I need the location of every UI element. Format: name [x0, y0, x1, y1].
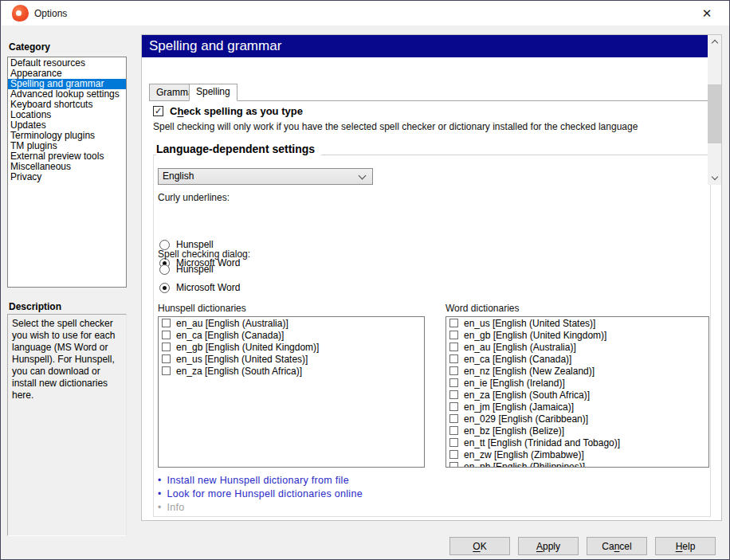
dictionary-list-item[interactable]: en_nz [English (New Zealand)]: [446, 365, 708, 377]
item-label: en_za [English (South Africa)]: [176, 366, 302, 377]
item-label: en_us [English (United States)]: [176, 354, 308, 365]
dictionary-list-item[interactable]: en_za [English (South Africa)]: [446, 389, 708, 401]
radio-icon[interactable]: [159, 283, 170, 293]
dictionary-list-item[interactable]: en_jm [English (Jamaica)]: [446, 401, 708, 413]
check-spelling-row[interactable]: ✓ Check spelling as you type: [153, 105, 303, 117]
radio-label: Hunspell: [176, 264, 214, 275]
tab-strip: Spelling Grammar: [149, 84, 713, 101]
check-icon: ✓: [155, 107, 162, 116]
language-dropdown-value: English: [163, 170, 194, 182]
radio-label: Microsoft Word: [176, 282, 240, 293]
item-label: en_gb [English (United Kingdom)]: [176, 342, 319, 353]
apply-button[interactable]: Apply: [518, 537, 579, 555]
item-checkbox[interactable]: [162, 343, 171, 351]
category-label: Category: [9, 41, 50, 53]
dictionary-list-item[interactable]: en_gb [English (United Kingdom)]: [446, 329, 708, 341]
item-checkbox[interactable]: [449, 343, 458, 351]
item-label: en_tt [English (Trinidad and Tobago)]: [464, 437, 620, 448]
dictionary-list-item[interactable]: en_ie [English (Ireland)]: [446, 377, 708, 389]
help-button[interactable]: Help: [655, 537, 716, 555]
link[interactable]: • Install new Hunspell dictionary from f…: [158, 473, 363, 487]
options-dialog: Options ✕ Category Default resources App…: [0, 0, 730, 560]
item-checkbox[interactable]: [162, 331, 171, 339]
description-label: Description: [9, 301, 61, 312]
link[interactable]: • Info: [158, 500, 363, 514]
hunspell-dictionaries-list: en_au [English (Australia)] en_ca [Engli…: [158, 316, 425, 468]
check-spelling-note: Spell checking will only work if you hav…: [153, 121, 638, 132]
dictionary-list-item[interactable]: en_us [English (United States)]: [446, 317, 708, 329]
settings-panel: Spelling and grammar Spelling Grammar ✓ …: [141, 34, 722, 521]
item-label: en_zw [English (Zimbabwe)]: [464, 449, 584, 460]
title-bar: Options ✕: [2, 1, 729, 25]
language-dropdown[interactable]: English: [158, 168, 373, 185]
item-checkbox[interactable]: [449, 438, 458, 447]
check-spelling-checkbox[interactable]: ✓: [153, 106, 163, 116]
item-checkbox[interactable]: [449, 378, 458, 387]
word-dictionaries-label: Word dictionaries: [445, 303, 519, 314]
ok-button[interactable]: OK: [449, 537, 510, 555]
bullet-icon: •: [158, 502, 162, 513]
description-box: Select the spell checker you wish to use…: [7, 314, 127, 536]
dictionary-list-item[interactable]: en_ca [English (Canada)]: [446, 353, 708, 365]
item-label: en_ca [English (Canada)]: [464, 354, 571, 365]
item-label: en_gb [English (United Kingdom)]: [464, 330, 606, 341]
item-label: en_bz [English (Belize)]: [464, 425, 564, 437]
page-title: Spelling and grammar: [142, 35, 721, 57]
dictionary-list-item[interactable]: en_za [English (South Africa)]: [159, 365, 424, 377]
dictionary-list-item[interactable]: en_tt [English (Trinidad and Tobago)]: [446, 437, 708, 448]
scrollbar-down-icon[interactable]: [708, 171, 721, 185]
dictionary-list-item[interactable]: en_zw [English (Zimbabwe)]: [446, 448, 708, 460]
item-checkbox[interactable]: [449, 402, 458, 411]
radio-icon[interactable]: [159, 264, 170, 275]
item-checkbox[interactable]: [162, 366, 171, 375]
hunspell-links: • Install new Hunspell dictionary from f…: [158, 473, 363, 514]
link-label: Look for more Hunspell dictionaries onli…: [167, 488, 363, 499]
item-label: en_au [English (Australia)]: [176, 318, 288, 329]
hunspell-dictionaries-label: Hunspell dictionaries: [158, 303, 246, 314]
dictionary-list-item[interactable]: en_au [English (Australia)]: [159, 317, 424, 329]
dictionary-list-item[interactable]: en_ca [English (Canada)]: [159, 329, 424, 341]
category-list: Default resources Appearance Spelling an…: [7, 57, 127, 288]
dictionary-list-item[interactable]: en_gb [English (United Kingdom)]: [159, 341, 424, 353]
link[interactable]: • Look for more Hunspell dictionaries on…: [158, 487, 363, 500]
dictionary-list-item[interactable]: en_029 [English (Caribbean)]: [446, 413, 708, 425]
item-checkbox[interactable]: [449, 414, 458, 423]
curly-underlines-label: Curly underlines:: [158, 192, 230, 203]
window-title: Options: [34, 8, 67, 19]
close-icon[interactable]: ✕: [696, 6, 718, 22]
item-label: en_au [English (Australia)]: [464, 342, 576, 353]
item-checkbox[interactable]: [449, 354, 458, 363]
scrollbar-thumb[interactable]: [708, 84, 721, 143]
item-checkbox[interactable]: [449, 331, 458, 339]
link-label: Info: [167, 502, 185, 513]
dictionary-list-item[interactable]: en_us [English (United States)]: [159, 353, 424, 365]
cancel-button[interactable]: Cancel: [587, 537, 647, 555]
dictionary-list-item[interactable]: en_ph [English (Philippines)]: [446, 460, 708, 468]
item-label: en_za [English (South Africa)]: [464, 390, 590, 401]
item-checkbox[interactable]: [162, 354, 171, 363]
spell-checking-dialog-label: Spell checking dialog:: [158, 249, 250, 260]
item-checkbox[interactable]: [449, 426, 458, 435]
bullet-icon: •: [158, 488, 162, 499]
item-checkbox[interactable]: [162, 319, 171, 327]
item-label: en_jm [English (Jamaica)]: [464, 401, 574, 413]
item-label: en_ie [English (Ireland)]: [464, 378, 565, 389]
category-list-item[interactable]: Privacy: [8, 172, 126, 182]
item-checkbox[interactable]: [449, 462, 458, 468]
memoq-logo-icon: [12, 5, 29, 22]
item-label: en_ca [English (Canada)]: [176, 330, 284, 341]
radio-option[interactable]: Microsoft Word: [159, 282, 240, 293]
item-checkbox[interactable]: [449, 390, 458, 399]
item-checkbox[interactable]: [449, 319, 458, 327]
item-checkbox[interactable]: [449, 366, 458, 375]
scrollbar-up-icon[interactable]: [708, 35, 721, 49]
tab[interactable]: Spelling: [189, 84, 237, 101]
item-checkbox[interactable]: [449, 450, 458, 459]
item-label: en_nz [English (New Zealand)]: [464, 366, 595, 377]
dictionary-list-item[interactable]: en_bz [English (Belize)]: [446, 425, 708, 437]
radio-option[interactable]: Hunspell: [159, 264, 214, 275]
dictionary-list-item[interactable]: en_au [English (Australia)]: [446, 341, 708, 353]
item-label: en_ph [English (Philippines)]: [464, 461, 585, 468]
item-label: en_029 [English (Caribbean)]: [464, 413, 588, 425]
word-list-scrollbar[interactable]: [708, 35, 721, 185]
